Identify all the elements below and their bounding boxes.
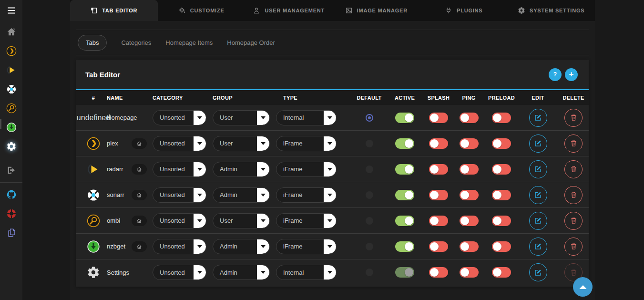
sidebar-item-radarr[interactable] [0, 61, 22, 80]
splash-toggle[interactable] [429, 164, 448, 175]
preload-toggle[interactable] [492, 267, 511, 278]
default-radio[interactable] [366, 269, 373, 276]
help-button[interactable]: ? [549, 68, 562, 81]
delete-button[interactable] [564, 238, 583, 256]
subtab-homepage-items[interactable]: Homepage Items [165, 39, 213, 46]
category-select[interactable]: Unsorted [153, 136, 206, 151]
type-select[interactable]: iFrame [276, 162, 337, 177]
preload-toggle[interactable] [492, 164, 511, 175]
splash-toggle[interactable] [429, 241, 448, 252]
active-toggle[interactable] [395, 113, 414, 123]
edit-button[interactable] [529, 263, 547, 281]
active-toggle[interactable] [395, 241, 414, 252]
splash-toggle[interactable] [429, 267, 448, 278]
subtab-homepage-order[interactable]: Homepage Order [227, 39, 275, 46]
delete-button[interactable] [564, 212, 583, 230]
type-select[interactable]: iFrame [276, 136, 337, 151]
active-toggle[interactable] [395, 164, 414, 175]
default-radio[interactable] [366, 140, 373, 147]
sidebar-item-settings[interactable] [0, 137, 22, 156]
tab-system-settings[interactable]: SYSTEM SETTINGS [508, 0, 595, 21]
tab-tab-editor[interactable]: TAB EDITOR [70, 0, 158, 21]
default-radio[interactable] [366, 166, 373, 173]
delete-button[interactable] [564, 109, 583, 127]
edit-button[interactable] [529, 109, 547, 127]
sidebar-item-nzbget[interactable] [0, 118, 22, 137]
category-select[interactable]: Unsorted [153, 265, 206, 280]
sidebar-item-sonarr[interactable] [0, 80, 22, 99]
splash-toggle[interactable] [429, 113, 448, 123]
sidebar-item-pages[interactable] [0, 223, 22, 242]
customize-icon [178, 7, 186, 14]
active-toggle[interactable] [395, 190, 414, 200]
default-radio[interactable] [366, 217, 373, 225]
group-select[interactable]: User [213, 136, 270, 151]
arrow-up-icon [579, 285, 587, 289]
category-select[interactable]: Unsorted [153, 162, 206, 177]
type-select[interactable]: Internal [276, 110, 337, 125]
category-select[interactable]: Unsorted [153, 187, 206, 203]
edit-button[interactable] [529, 186, 547, 204]
menu-icon[interactable] [0, 0, 22, 21]
type-select[interactable]: iFrame [276, 213, 337, 228]
default-radio[interactable] [366, 243, 373, 250]
tab-customize[interactable]: CUSTOMIZE [158, 0, 245, 21]
sidebar-item-logout[interactable] [0, 161, 22, 180]
ping-toggle[interactable] [460, 241, 479, 252]
category-select[interactable]: Unsorted [153, 213, 206, 228]
type-select[interactable]: iFrame [276, 187, 337, 203]
edit-button[interactable] [529, 212, 547, 230]
scroll-to-top-button[interactable] [573, 277, 593, 297]
default-radio[interactable] [366, 191, 373, 199]
edit-button[interactable] [529, 238, 547, 256]
edit-button[interactable] [529, 134, 547, 153]
tab-user-management[interactable]: USER MANAGEMENT [245, 0, 333, 21]
sidebar-scrollbar[interactable] [0, 119, 1, 129]
splash-toggle[interactable] [429, 138, 448, 149]
ping-toggle[interactable] [460, 164, 479, 175]
sidebar-item-ombi[interactable] [0, 99, 22, 118]
type-select[interactable]: Internal [276, 265, 337, 280]
preload-toggle[interactable] [492, 138, 511, 149]
caret-down-icon [257, 162, 269, 176]
delete-button[interactable] [564, 134, 583, 153]
add-tab-button[interactable]: + [565, 68, 578, 81]
ping-toggle[interactable] [460, 216, 479, 226]
preload-toggle[interactable] [492, 241, 511, 252]
sidebar-item-github[interactable] [0, 185, 22, 204]
active-toggle[interactable] [395, 267, 414, 278]
type-select[interactable]: iFrame [276, 239, 337, 254]
delete-button[interactable] [564, 186, 583, 204]
group-select[interactable]: User [213, 213, 270, 228]
edit-button[interactable] [529, 160, 547, 178]
preload-toggle[interactable] [492, 216, 511, 226]
delete-button[interactable] [564, 160, 583, 178]
active-toggle[interactable] [395, 138, 414, 149]
group-select[interactable]: Admin [213, 239, 270, 254]
tab-image-manager[interactable]: IMAGE MANAGER [333, 0, 420, 21]
subtab-tabs[interactable]: Tabs [78, 35, 107, 51]
subtab-categories[interactable]: Categories [121, 39, 151, 46]
sidebar-item-support[interactable] [0, 204, 22, 223]
group-select[interactable]: Admin [213, 162, 270, 177]
sidebar-nav [0, 22, 22, 242]
main-content: TAB EDITORCUSTOMIZEUSER MANAGEMENTIMAGE … [70, 0, 595, 300]
splash-toggle[interactable] [429, 216, 448, 226]
ping-toggle[interactable] [460, 267, 479, 278]
tab-plugins[interactable]: PLUGINS [420, 0, 508, 21]
ping-toggle[interactable] [460, 113, 479, 123]
sidebar-item-home[interactable] [0, 22, 22, 41]
preload-toggle[interactable] [492, 113, 511, 123]
default-radio[interactable] [366, 114, 373, 122]
ping-toggle[interactable] [460, 190, 479, 200]
category-select[interactable]: Unsorted [153, 239, 206, 254]
group-select[interactable]: Admin [213, 265, 270, 280]
splash-toggle[interactable] [429, 190, 448, 200]
ping-toggle[interactable] [460, 138, 479, 149]
category-select[interactable]: Unsorted [153, 110, 206, 125]
group-select[interactable]: Admin [213, 187, 270, 203]
sidebar-item-plex[interactable] [0, 41, 22, 61]
preload-toggle[interactable] [492, 190, 511, 200]
active-toggle[interactable] [395, 216, 414, 226]
group-select[interactable]: User [213, 110, 270, 125]
